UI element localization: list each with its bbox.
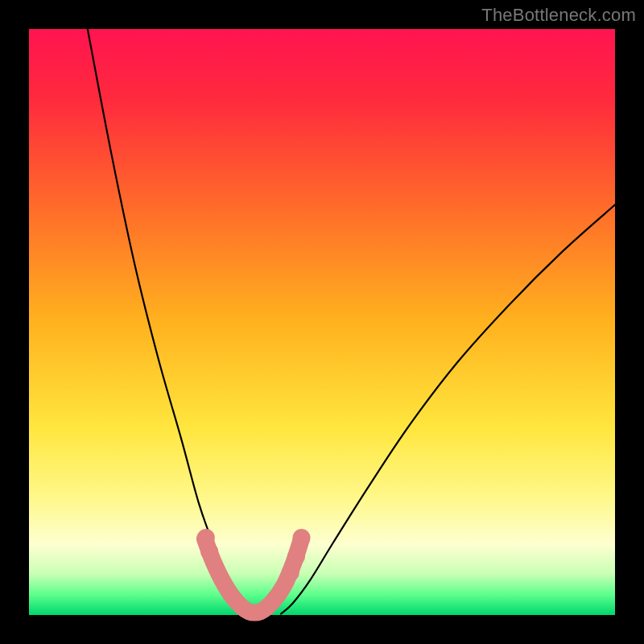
chart-container: TheBottleneck.com bbox=[0, 0, 644, 644]
bottleneck-curve-chart bbox=[0, 0, 644, 644]
marker-dots-right bbox=[293, 529, 311, 547]
watermark-label: TheBottleneck.com bbox=[481, 5, 636, 26]
marker-dots-left bbox=[200, 543, 218, 560]
marker-dots-right bbox=[282, 564, 299, 582]
marker-dots-right bbox=[287, 547, 305, 565]
chart-plot-background bbox=[29, 29, 615, 615]
